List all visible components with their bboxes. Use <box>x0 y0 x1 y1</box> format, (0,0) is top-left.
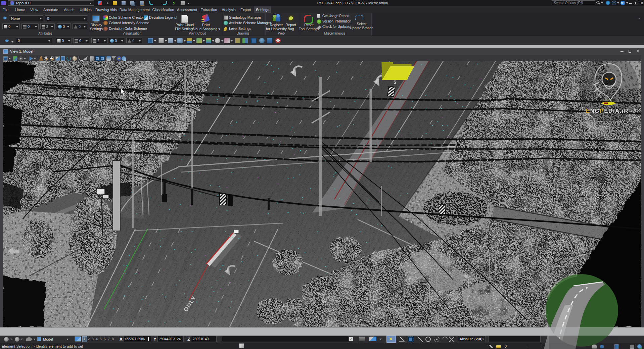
svg-text:ENGPEDiA.iR: ENGPEDiA.iR <box>586 108 629 114</box>
svg-text:5: 5 <box>394 80 396 85</box>
